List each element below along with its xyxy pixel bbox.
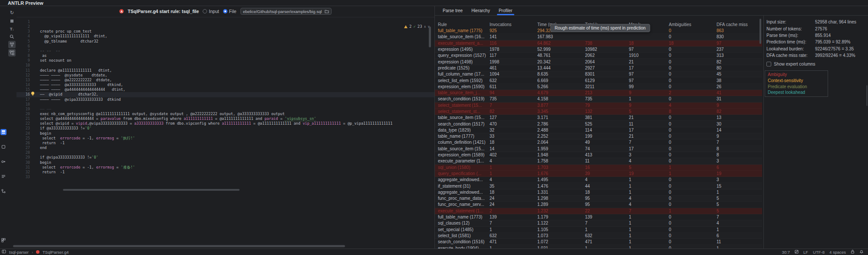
code-line[interactable]: 3create proc up_com_test — [16, 29, 434, 34]
code-line[interactable]: 30begin — [16, 160, 434, 165]
code-line[interactable]: 1 — [16, 20, 434, 24]
inspections-widget[interactable]: 2 ✓ 23 ∧ ∨ — [402, 24, 432, 29]
search-button[interactable] — [8, 33, 16, 40]
line-separator[interactable]: LF — [803, 250, 808, 255]
tab-hierarchy[interactable]: Hierarchy — [467, 6, 494, 15]
table-row[interactable]: func_proc_name_serv...241.28995405 — [435, 202, 762, 208]
table-row[interactable]: execute_statement_a...11664.862738181897 — [435, 40, 762, 46]
tab-profiler[interactable]: Profiler — [494, 6, 517, 15]
code-line[interactable]: 6 — [16, 44, 434, 49]
table-row[interactable]: table_source_item (15...1273.17138121013 — [435, 115, 762, 121]
table-row[interactable]: table_source_item (15...141.959741708 — [435, 146, 762, 152]
code-line[interactable]: 18 — [16, 102, 434, 107]
code-line[interactable]: 13―――― ―――― @a2222222222 dtdate, — [16, 78, 434, 83]
table-row[interactable]: select_statement (15...73.87779949 — [435, 103, 762, 109]
caret-position[interactable]: 30:7 — [782, 250, 790, 255]
table-row[interactable]: expression_elem (1589)4021.948413308 — [435, 152, 762, 158]
table-row[interactable]: full_column_name (17...10948.63583019704… — [435, 71, 762, 77]
table-row[interactable]: select_list (1581)6321.073632106 — [435, 233, 762, 239]
code-line[interactable]: 4 @p_vipa1111111111111 dtint, — [16, 34, 434, 39]
table-row[interactable]: predicate (1525)46113.444292717080 — [435, 65, 762, 71]
tab-parse-tree[interactable]: Parse tree — [438, 6, 467, 15]
table-row[interactable]: column_definition (1421)182.06449707 — [435, 139, 762, 146]
code-line[interactable]: 10 — [16, 63, 434, 68]
table-row[interactable]: execute_body (1904)11.0211101 — [435, 245, 762, 248]
file-encoding[interactable]: UTF-8 — [813, 250, 825, 255]
column-header[interactable]: Ambiguities — [666, 22, 713, 27]
table-row[interactable]: if_statement (31)351.476441015 — [435, 183, 762, 189]
code-line[interactable]: 2 — [16, 24, 434, 29]
code-line[interactable]: 11declare @a1111111111111 dtint, — [16, 68, 434, 73]
table-row[interactable]: table_name (1777)332.2521992109 — [435, 133, 762, 139]
notifications-bell-icon[interactable] — [859, 249, 864, 255]
code-line[interactable]: 32 return -1 — [16, 170, 434, 175]
lock-icon[interactable] — [851, 249, 855, 255]
stop-button[interactable] — [8, 17, 16, 25]
code-line[interactable]: 14―――― ―――― @a333333333333 dtkind, — [16, 83, 434, 87]
code-editor[interactable]: 123create proc up_com_test4 @p_vipa11111… — [16, 17, 434, 192]
code-line[interactable]: 9set nocount on — [16, 58, 434, 63]
show-expert-columns-checkbox[interactable]: Show expert columns — [766, 61, 868, 67]
code-line[interactable]: 5 @p_tblname dtchar32 — [16, 39, 434, 44]
table-row[interactable]: query_specification (...11.6763919119 — [435, 171, 762, 177]
table-row[interactable]: aggregate_windowed...41.4954103 — [435, 177, 762, 183]
tool-stripe-button-bottom[interactable] — [0, 237, 7, 243]
code-line[interactable]: 17―――― ―――― @vipa333333333333 dtkind — [16, 97, 434, 102]
code-line[interactable]: 21select @a444444444444444 = paravalue f… — [16, 116, 434, 121]
tool-stripe-button-active[interactable] — [0, 129, 7, 135]
table-row[interactable]: expression (1498)199820.342206421082 — [435, 59, 762, 65]
intention-bulb-icon[interactable] — [31, 92, 35, 95]
table-row[interactable]: full_table_name (1773)1391.179139107 — [435, 214, 762, 220]
code-line[interactable]: 25 select errorcode = -1, errormsg = '执行… — [16, 136, 434, 141]
code-line[interactable]: 22select @vipid = vipid,@vipa33333333333… — [16, 121, 434, 126]
tool-window-horizontal-scrollbar[interactable] — [13, 245, 345, 247]
column-header[interactable]: Invocations — [487, 22, 534, 27]
editor-horizontal-scrollbar[interactable] — [63, 189, 240, 191]
table-row[interactable]: set_special (1485)11.1051101 — [435, 227, 762, 233]
table-row[interactable]: func_proc_name_data...241.29895405 — [435, 195, 762, 202]
table-row[interactable]: expression (1495)197852.99910982970237 — [435, 46, 762, 53]
code-line[interactable]: 16―― @vipid dtchar32, — [16, 92, 434, 97]
tool-stripe-button-2[interactable] — [0, 144, 7, 150]
tree-view-toggle-button[interactable] — [8, 49, 16, 56]
table-row[interactable]: sql_clauses (12)71.1227104 — [435, 220, 762, 226]
table-row[interactable]: execute_statement (1...21.23222715 — [435, 208, 762, 214]
tool-stripe-button-3[interactable] — [0, 159, 7, 165]
breadcrumb-file[interactable]: TSqlParser.g4 — [43, 250, 69, 255]
table-row[interactable]: sql_union (1580)11.70316516 — [435, 165, 762, 171]
code-line[interactable]: 27end — [16, 146, 434, 150]
code-line[interactable]: 33 — [16, 175, 434, 179]
file-path-field[interactable]: ebelice/Github/tsql-parser/examples/big.… — [240, 8, 332, 15]
code-line[interactable]: 24begin — [16, 131, 434, 136]
profiler-toggle-button[interactable] — [8, 41, 16, 48]
chevron-up-icon[interactable]: ∧ — [424, 25, 426, 29]
table-row[interactable]: search_condition (1517)4702.78652511030 — [435, 121, 762, 127]
refresh-button[interactable]: ↻ — [8, 9, 16, 17]
table-row[interactable]: aggregate_windowed...181.33118101 — [435, 189, 762, 195]
scroll-to-source-button[interactable]: T↓ — [8, 25, 16, 33]
code-line[interactable]: 28 — [16, 150, 434, 155]
table-row[interactable]: table_source_item (16...141167.9830830 — [435, 34, 762, 40]
code-line[interactable]: 12―――― ―――― @sysdate dtdate, — [16, 73, 434, 78]
tool-stripe-button-4[interactable] — [0, 173, 7, 179]
code-line[interactable]: 8 as — [16, 53, 434, 58]
column-header[interactable]: DFA cache miss — [713, 22, 762, 27]
code-line[interactable]: 15―――― ―――― @a4444444444444444 dtint, — [16, 87, 434, 92]
indicator-icon[interactable] — [795, 250, 799, 255]
code-line[interactable]: 20exec nb_com_getsysconfig @a11111111111… — [16, 112, 434, 116]
code-line[interactable]: 23if @a333333333333 !='0' — [16, 126, 434, 131]
code-line[interactable]: 26 return -1 — [16, 141, 434, 146]
breadcrumb-project[interactable]: tsql-parser — [9, 250, 29, 255]
code-line[interactable]: 19―― ―― — [16, 107, 434, 112]
table-row[interactable]: select_list_elem (1592)6326.669612997038 — [435, 77, 762, 83]
table-vertical-scrollbar[interactable] — [760, 19, 761, 44]
table-row[interactable]: select_statement_st...823.3451325882 — [435, 109, 762, 115]
input-radio[interactable]: Input — [203, 9, 219, 14]
code-line[interactable]: 7-- -- -- — [16, 49, 434, 53]
tool-stripe-button-5[interactable] — [0, 188, 7, 194]
column-header[interactable]: Rule — [435, 22, 487, 27]
editor-vertical-scrollbar[interactable] — [429, 26, 431, 47]
table-row[interactable]: expression_elem (1590)6115.266321199026 — [435, 84, 762, 90]
file-radio[interactable]: File — [223, 9, 237, 14]
indent-style[interactable]: 4 spaces — [829, 250, 846, 255]
